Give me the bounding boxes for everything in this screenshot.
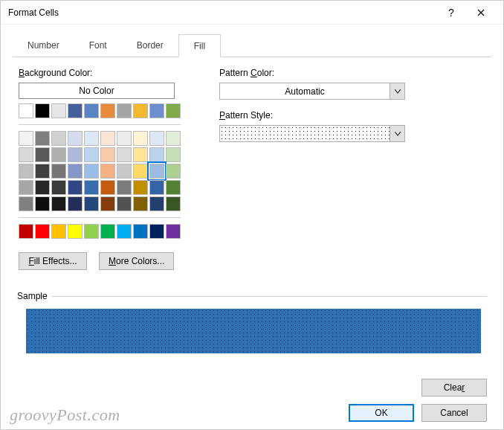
color-swatch[interactable] <box>117 131 132 146</box>
color-swatch[interactable] <box>19 164 33 179</box>
titlebar: Format Cells ? <box>1 1 503 25</box>
color-swatch[interactable] <box>84 164 99 179</box>
color-swatch[interactable] <box>166 196 181 211</box>
color-swatch[interactable] <box>84 196 99 211</box>
color-swatch[interactable] <box>166 224 181 239</box>
color-swatch[interactable] <box>35 196 50 211</box>
color-swatch[interactable] <box>149 147 164 162</box>
color-swatch[interactable] <box>117 164 132 179</box>
tabstrip: Number Font Border Fill <box>13 33 491 57</box>
color-swatch[interactable] <box>166 147 181 162</box>
tab-number[interactable]: Number <box>13 34 74 57</box>
color-swatch[interactable] <box>100 131 115 146</box>
pattern-style-dropdown[interactable] <box>219 125 405 142</box>
theme-color-grid <box>19 131 182 211</box>
color-swatch[interactable] <box>51 131 66 146</box>
color-swatch[interactable] <box>68 180 83 195</box>
cancel-button[interactable]: Cancel <box>421 404 487 422</box>
color-swatch[interactable] <box>133 147 148 162</box>
color-swatch[interactable] <box>100 224 115 239</box>
color-swatch[interactable] <box>100 196 115 211</box>
color-swatch[interactable] <box>133 180 148 195</box>
color-swatch[interactable] <box>100 180 115 195</box>
sample-fieldset: Sample <box>17 291 487 353</box>
standard-color-row <box>19 224 182 239</box>
color-swatch[interactable] <box>68 103 83 118</box>
color-swatch[interactable] <box>68 147 83 162</box>
color-swatch[interactable] <box>149 180 164 195</box>
color-swatch[interactable] <box>35 164 50 179</box>
color-swatch[interactable] <box>117 180 132 195</box>
color-swatch[interactable] <box>84 103 99 118</box>
color-swatch[interactable] <box>133 131 148 146</box>
fill-effects-button[interactable]: Fill Effects... <box>19 252 87 270</box>
color-swatch[interactable] <box>19 131 33 146</box>
color-swatch[interactable] <box>117 147 132 162</box>
color-swatch[interactable] <box>84 180 99 195</box>
color-swatch[interactable] <box>51 147 66 162</box>
color-swatch[interactable] <box>100 164 115 179</box>
basic-color-row <box>19 103 182 118</box>
color-swatch[interactable] <box>117 224 132 239</box>
pattern-color-dropdown[interactable]: Automatic <box>219 83 405 100</box>
ok-button[interactable]: OK <box>349 404 414 422</box>
color-swatch[interactable] <box>166 131 181 146</box>
color-swatch[interactable] <box>149 103 164 118</box>
color-swatch[interactable] <box>19 103 33 118</box>
color-swatch[interactable] <box>166 103 181 118</box>
color-swatch[interactable] <box>149 224 164 239</box>
color-swatch[interactable] <box>133 224 148 239</box>
tab-border[interactable]: Border <box>122 34 178 57</box>
color-swatch[interactable] <box>149 131 164 146</box>
color-swatch[interactable] <box>51 103 66 118</box>
color-swatch[interactable] <box>35 180 50 195</box>
window-title: Format Cells <box>8 7 436 18</box>
color-swatch[interactable] <box>100 147 115 162</box>
help-button[interactable]: ? <box>436 1 466 24</box>
tab-fill[interactable]: Fill <box>178 34 221 57</box>
color-swatch[interactable] <box>149 196 164 211</box>
color-swatch[interactable] <box>133 103 148 118</box>
color-swatch[interactable] <box>84 224 99 239</box>
pattern-color-label: Pattern Color: <box>219 68 405 78</box>
color-swatch[interactable] <box>19 224 33 239</box>
color-swatch[interactable] <box>19 147 33 162</box>
color-swatch[interactable] <box>68 224 83 239</box>
color-swatch[interactable] <box>51 164 66 179</box>
background-color-group: Background Color: No Color Fill Effects.… <box>19 68 182 270</box>
chevron-down-icon <box>390 83 404 99</box>
color-swatch[interactable] <box>84 131 99 146</box>
color-swatch[interactable] <box>68 196 83 211</box>
divider <box>19 217 181 218</box>
color-swatch[interactable] <box>35 131 50 146</box>
no-color-button[interactable]: No Color <box>19 83 175 99</box>
color-swatch[interactable] <box>100 103 115 118</box>
pattern-style-label: Pattern Style: <box>219 110 405 121</box>
color-swatch[interactable] <box>149 164 164 179</box>
color-swatch[interactable] <box>117 103 132 118</box>
color-swatch[interactable] <box>133 164 148 179</box>
color-swatch[interactable] <box>35 224 50 239</box>
close-button[interactable] <box>466 1 496 24</box>
color-swatch[interactable] <box>68 131 83 146</box>
color-swatch[interactable] <box>68 164 83 179</box>
tab-font[interactable]: Font <box>74 34 122 57</box>
color-swatch[interactable] <box>19 196 33 211</box>
more-colors-button[interactable]: More Colors... <box>99 252 174 270</box>
color-swatch[interactable] <box>35 103 50 118</box>
color-swatch[interactable] <box>19 180 33 195</box>
color-swatch[interactable] <box>51 180 66 195</box>
dialog-buttons: OK Cancel <box>349 404 487 422</box>
color-swatch[interactable] <box>51 196 66 211</box>
color-swatch[interactable] <box>166 164 181 179</box>
color-swatch[interactable] <box>35 147 50 162</box>
color-swatch[interactable] <box>51 224 66 239</box>
clear-button[interactable]: Clear <box>421 379 487 397</box>
pattern-group: Pattern Color: Automatic Pattern Style: <box>219 68 405 270</box>
color-swatch[interactable] <box>117 196 132 211</box>
color-swatch[interactable] <box>166 180 181 195</box>
divider <box>19 124 181 125</box>
pattern-style-preview <box>220 126 390 141</box>
color-swatch[interactable] <box>84 147 99 162</box>
color-swatch[interactable] <box>133 196 148 211</box>
